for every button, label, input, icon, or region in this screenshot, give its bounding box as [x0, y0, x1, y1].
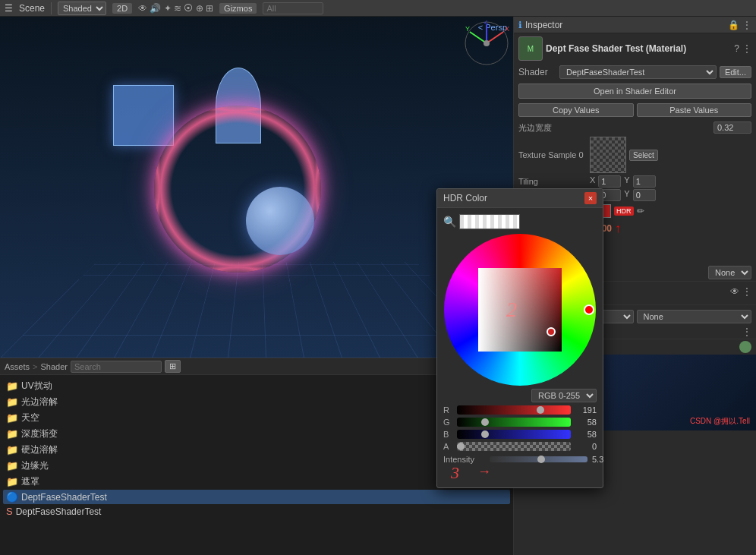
svg-text:Z: Z — [484, 20, 489, 25]
inspector-more-icon[interactable]: ⋮ — [742, 43, 751, 54]
none-dropdown[interactable]: None — [708, 266, 751, 279]
axis-widget: X Y Z — [464, 20, 509, 66]
color-picker-area: 🔍 2 RGB 0-255 — [437, 208, 603, 487]
item-label: 硬边溶解 — [21, 443, 58, 456]
shaded-dropdown[interactable]: Shaded — [58, 2, 106, 15]
color-wheel-container[interactable]: 2 — [444, 234, 596, 386]
item-label: DeptFaseShaderTest — [21, 492, 107, 503]
tiling-x-input[interactable] — [598, 175, 621, 188]
tiling-xy: X Y — [590, 175, 656, 188]
open-shader-btn[interactable]: Open in Shader Editor — [518, 84, 751, 99]
folder-icon: 📁 — [6, 396, 18, 408]
inspector-header: ℹ Inspector 🔒 ⋮ — [514, 17, 756, 33]
rgb-mode-dropdown[interactable]: RGB 0-255 — [531, 389, 597, 402]
scene-search-input[interactable] — [263, 2, 323, 14]
r-slider[interactable] — [457, 405, 571, 415]
shader-icon: 🔵 — [6, 491, 18, 503]
intensity-row: Intensity 5.3 — [443, 453, 597, 466]
tiling-label: Tiling — [518, 177, 587, 186]
lock-icon[interactable]: 🔒 — [728, 20, 739, 30]
b-slider[interactable] — [457, 430, 571, 439]
saturation-cursor — [547, 327, 556, 336]
b-label: B — [443, 430, 452, 439]
list-item[interactable]: 📁 光边溶解 — [3, 394, 510, 410]
tiling-row: Tiling X Y — [514, 175, 756, 188]
offset-y-label: Y — [624, 189, 629, 201]
hdr-close-btn[interactable]: × — [584, 192, 597, 204]
assets-search-input[interactable] — [71, 361, 162, 373]
menu-icon[interactable]: ⋮ — [742, 20, 751, 30]
watermark: CSDN @拥以.Tell — [690, 416, 750, 427]
list-item[interactable]: 📁 边缘光 — [3, 458, 510, 474]
texture-select-btn[interactable]: Select — [629, 150, 658, 161]
inspector-tab-label[interactable]: Inspector — [525, 20, 725, 30]
eyedropper-row: 🔍 — [443, 214, 597, 229]
tiling-y-label: Y — [624, 175, 629, 188]
list-item[interactable]: 📁 天空 — [3, 410, 510, 426]
scene-tab-label[interactable]: Scene — [19, 3, 45, 14]
texture-preview[interactable] — [590, 137, 626, 173]
list-item[interactable]: 📁 硬边溶解 — [3, 442, 510, 458]
question-icon[interactable]: ? — [734, 43, 739, 54]
info-icon: ℹ — [518, 20, 522, 30]
paste-values-btn[interactable]: Paste Values — [637, 103, 752, 117]
texture-label: Texture Sample 0 — [518, 150, 587, 159]
g-slider[interactable] — [457, 418, 571, 427]
list-item[interactable]: 📁 UV扰动 — [3, 378, 510, 394]
mesh-more-icon[interactable]: ⋮ — [742, 286, 751, 297]
svg-text:Y: Y — [465, 25, 470, 33]
folder-icon: 📁 — [6, 428, 18, 440]
g-label: G — [443, 418, 452, 427]
item-label: 边缘光 — [21, 459, 49, 472]
svg-point-7 — [484, 40, 490, 46]
guangbian-input[interactable] — [713, 121, 751, 134]
svg-text:X: X — [505, 25, 509, 33]
list-item[interactable]: 📁 深度渐变 — [3, 426, 510, 442]
tiling-y-input[interactable] — [633, 175, 656, 188]
g-slider-row: G 58 — [443, 416, 597, 428]
breadcrumb-shader[interactable]: Shader — [40, 362, 67, 371]
material-title-row: M Dept Fase Shader Test (Material) ? ⋮ — [514, 33, 756, 64]
b-value: 58 — [575, 430, 597, 439]
annotation-area: 3 → — [443, 466, 597, 481]
edit-btn[interactable]: Edit... — [720, 66, 751, 78]
more-options-icon[interactable]: ⋮ — [742, 326, 751, 337]
folder-icon: 📁 — [6, 380, 18, 392]
list-item[interactable]: 📁 遮罩 — [3, 474, 510, 490]
folder-icon: 📁 — [6, 460, 18, 471]
a-value: 0 — [575, 442, 597, 451]
hdr-badge: HDR — [614, 207, 634, 216]
material-name: Dept Fase Shader Test (Material) — [546, 43, 686, 54]
offset-y-input[interactable] — [633, 189, 656, 201]
item-label: 遮罩 — [21, 475, 39, 488]
toolbar-icons: 👁 🔊 ✦ ≋ ⦿ ⊕ ⊞ — [138, 3, 213, 14]
scale-toggle[interactable] — [739, 341, 751, 353]
color-picker-square[interactable]: 2 — [478, 268, 562, 352]
tiling-x-label: X — [590, 175, 595, 188]
mesh-eye-icon[interactable]: 👁 — [730, 286, 739, 297]
blue-box-object — [113, 85, 174, 146]
breadcrumb-assets[interactable]: Assets — [5, 362, 30, 371]
gizmos-btn[interactable]: Gizmos — [219, 3, 257, 14]
eyedropper-icon[interactable]: ✏ — [637, 206, 644, 216]
list-item[interactable]: S DeptFaseShaderTest — [3, 504, 510, 519]
copy-paste-row: Copy Values Paste Values — [514, 102, 756, 120]
material-preview-icon: M — [518, 36, 543, 61]
color-wheel[interactable]: 2 — [444, 234, 596, 386]
a-slider[interactable] — [457, 442, 571, 451]
intensity-label: Intensity — [443, 455, 485, 464]
eyedropper-btn[interactable]: 🔍 — [443, 216, 456, 228]
hdr-dialog-title: HDR Color — [443, 193, 584, 203]
g-value: 58 — [575, 418, 597, 427]
blue-sphere-object — [246, 187, 314, 255]
a-slider-row: A 0 — [443, 440, 597, 453]
assets-settings-btn[interactable]: ⊞ — [165, 360, 181, 373]
shader-dropdown[interactable]: DeptFaseShaderTest — [559, 65, 717, 79]
intensity-slider[interactable] — [490, 456, 587, 462]
none-select-2[interactable]: None — [637, 310, 752, 323]
a-label: A — [443, 442, 452, 451]
copy-values-btn[interactable]: Copy Values — [518, 103, 634, 117]
2d-btn[interactable]: 2D — [112, 3, 132, 14]
list-item[interactable]: 🔵 DeptFaseShaderTest — [3, 490, 510, 504]
r-label: R — [443, 405, 452, 415]
